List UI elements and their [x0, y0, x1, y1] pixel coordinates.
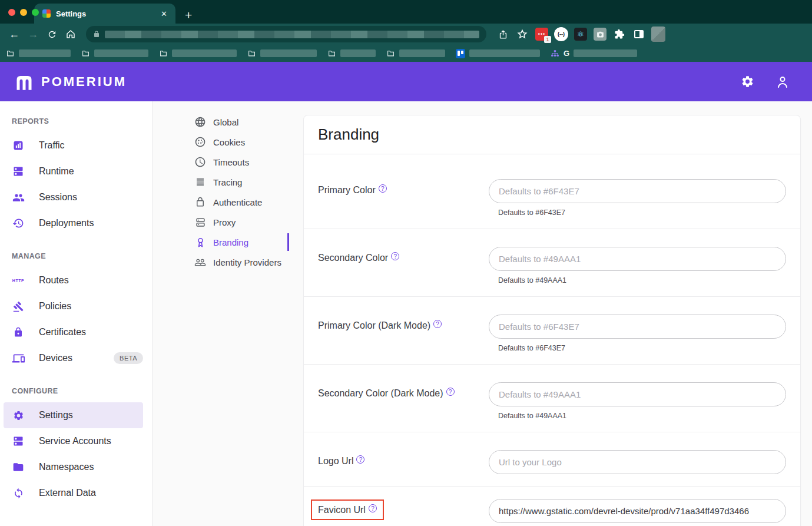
bookmark-star-icon[interactable] [515, 27, 529, 41]
help-icon[interactable]: ? [433, 320, 442, 328]
browser-tab[interactable]: Settings ✕ [34, 4, 175, 24]
sidebar-item-sessions[interactable]: Sessions [0, 184, 153, 210]
sidebar-item-label: Routes [39, 275, 69, 286]
home-icon[interactable] [62, 26, 79, 42]
annotation-highlight-box: Favicon Url? [311, 499, 384, 520]
bookmark-folder[interactable] [386, 49, 445, 57]
subnav-item-proxy[interactable]: Proxy [153, 212, 303, 232]
field-helper: Defaults to #6F43E7 [498, 344, 786, 352]
lock-icon [12, 327, 25, 338]
people-icon [12, 191, 25, 204]
tab-title: Settings [56, 9, 158, 18]
camera-extension-icon[interactable] [593, 27, 607, 41]
trello-icon [456, 49, 465, 58]
help-icon[interactable]: ? [356, 455, 364, 464]
sidebar-item-label: Namespaces [39, 462, 94, 472]
header-settings-gear-icon[interactable] [741, 75, 754, 88]
logo-url-input[interactable] [489, 450, 786, 474]
field-helper: Defaults to #49AAA1 [498, 412, 786, 420]
globe-icon [194, 116, 206, 128]
bookmark-folder[interactable] [247, 49, 317, 57]
toolbar-actions: ••• 1 (--) ⚛ [496, 27, 665, 41]
field-primary-color: Primary Color? Defaults to #6F43E7 [304, 154, 800, 229]
sidebar-item-label: Settings [39, 410, 73, 421]
subnav-item-tracing[interactable]: Tracing [153, 172, 303, 192]
help-icon[interactable]: ? [369, 504, 377, 512]
sidebar-item-policies[interactable]: Policies [0, 293, 153, 319]
tab-close-icon[interactable]: ✕ [158, 8, 170, 19]
sidebar-item-external-data[interactable]: External Data [0, 480, 153, 506]
help-icon[interactable]: ? [446, 388, 455, 396]
back-icon[interactable]: ← [6, 26, 22, 42]
browser-chrome: Settings ✕ + ← → ••• 1 (- [0, 0, 812, 62]
sidebar-item-label: Devices [39, 353, 72, 363]
favicon-url-input[interactable] [489, 499, 786, 523]
subnav-item-cookies[interactable]: Cookies [153, 132, 303, 152]
field-secondary-color: Secondary Color? Defaults to #49AAA1 [304, 229, 800, 297]
http-icon: HTTP [12, 279, 25, 283]
adblock-extension-icon[interactable]: ••• 1 [535, 27, 549, 41]
secondary-color-dark-input[interactable] [489, 382, 786, 406]
primary-color-input[interactable] [489, 179, 786, 203]
help-icon[interactable]: ? [379, 184, 387, 193]
sidebar-item-certificates[interactable]: Certificates [0, 319, 153, 345]
sidebar-item-settings[interactable]: Settings [4, 402, 143, 428]
minimize-window-button[interactable] [20, 9, 27, 16]
bookmarks-bar: G [0, 45, 812, 62]
section-title-configure: CONFIGURE [0, 371, 153, 402]
secondary-color-input[interactable] [489, 247, 786, 271]
bookmark-folder[interactable] [6, 49, 71, 57]
page-title: Branding [318, 125, 786, 144]
extensions-puzzle-icon[interactable] [612, 27, 627, 41]
lines-icon [194, 177, 206, 187]
sidebar-item-service-accounts[interactable]: Service Accounts [0, 428, 153, 454]
subnav-item-authenticate[interactable]: Authenticate [153, 192, 303, 212]
side-panel-icon[interactable] [632, 27, 646, 41]
sidebar-item-label: Service Accounts [39, 436, 111, 446]
sidebar-item-runtime[interactable]: Runtime [0, 158, 153, 184]
react-devtools-icon[interactable]: ⚛ [574, 27, 588, 41]
reload-icon[interactable] [44, 26, 60, 42]
primary-color-dark-input[interactable] [489, 315, 786, 339]
sidebar-item-namespaces[interactable]: Namespaces [0, 454, 153, 480]
circle-extension-icon[interactable]: (--) [554, 27, 568, 41]
sidebar-item-label: Policies [39, 301, 71, 312]
share-icon[interactable] [496, 27, 510, 41]
sidebar-item-label: Certificates [39, 327, 86, 338]
profile-avatar[interactable] [651, 27, 665, 41]
forward-icon[interactable]: → [25, 26, 41, 42]
server-icon [12, 166, 25, 177]
subnav-item-branding[interactable]: Branding [153, 232, 303, 252]
lock-outline-icon [194, 197, 206, 207]
lock-icon [93, 30, 100, 38]
field-primary-color-dark: Primary Color (Dark Mode)? Defaults to #… [304, 297, 800, 365]
subnav-item-identity-providers[interactable]: Identity Providers [153, 252, 303, 272]
sidebar-item-deployments[interactable]: Deployments [0, 210, 153, 236]
zoom-window-button[interactable] [32, 9, 39, 16]
sidebar-item-traffic[interactable]: Traffic [0, 133, 153, 158]
bookmark-folder[interactable] [159, 49, 237, 57]
branding-panel: Branding Primary Color? Defaults to #6F4… [303, 115, 801, 526]
address-bar[interactable] [86, 26, 486, 42]
sidebar-item-label: Traffic [39, 140, 65, 151]
pomerium-header: POMERIUM [0, 62, 812, 101]
new-tab-button[interactable]: + [185, 9, 192, 21]
close-window-button[interactable] [8, 9, 15, 16]
sidebar-item-devices[interactable]: Devices BETA [0, 345, 153, 371]
bookmark-folder[interactable] [327, 49, 376, 57]
account-icon[interactable] [775, 75, 790, 89]
bookmark-folder[interactable] [81, 49, 148, 57]
bookmark-sitemap[interactable]: G [551, 49, 637, 58]
subnav-item-global[interactable]: Global [153, 112, 303, 132]
window-controls [8, 9, 39, 16]
section-title-reports: REPORTS [0, 101, 153, 133]
subnav-item-timeouts[interactable]: Timeouts [153, 152, 303, 172]
redacted-url [105, 31, 479, 38]
bookmark-trello[interactable] [456, 49, 540, 58]
help-icon[interactable]: ? [391, 252, 399, 260]
sidebar: REPORTS Traffic Runtime Sessions Deploym… [0, 101, 153, 526]
extension-badge: 1 [544, 36, 551, 43]
settings-subnav: Global Cookies Timeouts Tracing Authenti… [153, 101, 303, 526]
sidebar-item-label: External Data [39, 488, 96, 498]
sidebar-item-routes[interactable]: HTTP Routes [0, 267, 153, 293]
